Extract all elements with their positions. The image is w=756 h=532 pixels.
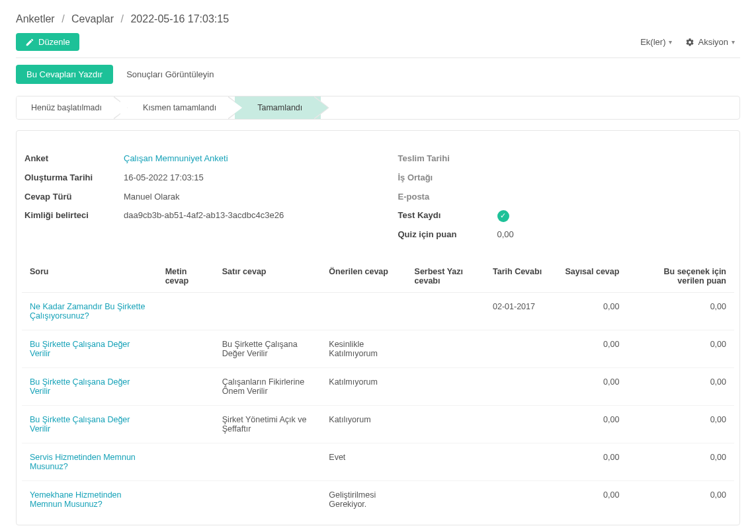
table-row[interactable]: Bu Şirkette Çalışana Değer VerilirÇalışa…: [22, 367, 734, 405]
email-label: E-posta: [398, 190, 497, 204]
th-score: Bu seçenek için verilen puan: [627, 260, 734, 293]
quiz-value: 0,00: [497, 228, 514, 242]
breadcrumb-answers[interactable]: Cevaplar: [71, 13, 114, 24]
cell-date: 02-01-2017: [485, 292, 556, 330]
cell-text: [157, 292, 214, 330]
cell-free: [407, 480, 485, 518]
deadline-label: Teslim Tarihi: [398, 152, 497, 166]
quiz-label: Quiz için puan: [398, 228, 497, 242]
survey-value[interactable]: Çalışan Memnuniyet Anketi: [124, 152, 228, 166]
created-label: Oluşturma Tarihi: [24, 171, 124, 185]
cell-numeric: 0,00: [556, 367, 628, 405]
cell-free: [407, 292, 485, 330]
cell-text: [157, 405, 214, 443]
answers-table: Soru Metin cevap Satır cevap Önerilen ce…: [22, 260, 734, 518]
cell-free: [407, 330, 485, 367]
breadcrumb-sep: /: [121, 13, 124, 24]
cell-text: [157, 330, 214, 367]
cell-score: 0,00: [627, 330, 734, 367]
cell-suggested: Evet: [321, 443, 406, 480]
breadcrumb-current: 2022-05-16 17:03:15: [130, 13, 229, 24]
type-label: Cevap Türü: [24, 190, 124, 204]
th-question: Soru: [22, 260, 157, 293]
cell-row: [214, 292, 321, 330]
th-numeric: Sayısal cevap: [556, 260, 628, 293]
attachments-button[interactable]: Ek(ler) ▾: [640, 37, 672, 47]
cell-suggested: Geliştirilmesi Gerekiyor.: [321, 480, 406, 518]
cell-score: 0,00: [627, 292, 734, 330]
cell-question[interactable]: Bu Şirkette Çalışana Değer Verilir: [22, 330, 157, 367]
cell-score: 0,00: [627, 367, 734, 405]
action-row: Bu Cevapları Yazdır Sonuçları Görüntüley…: [16, 65, 740, 84]
created-value: 16-05-2022 17:03:15: [124, 171, 204, 185]
table-row[interactable]: Servis Hizmetinden Memnun Musunuz?Evet0,…: [22, 443, 734, 480]
cell-score: 0,00: [627, 480, 734, 518]
status-not-started[interactable]: Henüz başlatılmadı: [17, 96, 120, 119]
cell-date: [485, 443, 556, 480]
cell-question[interactable]: Bu Şirkette Çalışana Değer Verilir: [22, 367, 157, 405]
breadcrumb: Anketler / Cevaplar / 2022-05-16 17:03:1…: [16, 13, 740, 25]
status-completed[interactable]: Tamamlandı: [235, 96, 321, 119]
partner-label: İş Ortağı: [398, 171, 497, 185]
token-label: Kimliği belirteci: [24, 209, 124, 223]
cell-row: Bu Şirkette Çalışana Değer Verilir: [214, 330, 321, 367]
th-row: Satır cevap: [214, 260, 321, 293]
table-row[interactable]: Bu Şirkette Çalışana Değer VerilirBu Şir…: [22, 330, 734, 367]
edit-button[interactable]: Düzenle: [16, 33, 79, 51]
cell-question[interactable]: Ne Kadar Zamandır Bu Şirkette Çalışıyors…: [22, 292, 157, 330]
cell-text: [157, 480, 214, 518]
chevron-down-icon: ▾: [669, 38, 672, 46]
detail-card: Anket Çalışan Memnuniyet Anketi Oluşturm…: [16, 130, 740, 525]
test-label: Test Kaydı: [398, 209, 497, 223]
cell-numeric: 0,00: [556, 480, 628, 518]
th-free: Serbest Yazı cevabı: [407, 260, 485, 293]
pencil-icon: [25, 38, 34, 47]
status-partial[interactable]: Kısmen tamamlandı: [120, 96, 235, 119]
th-text: Metin cevap: [157, 260, 214, 293]
check-icon: ✓: [497, 210, 509, 222]
cell-free: [407, 405, 485, 443]
print-answers-button[interactable]: Bu Cevapları Yazdır: [16, 65, 113, 84]
cell-suggested: Katılmıyorum: [321, 367, 406, 405]
cell-suggested: [321, 292, 406, 330]
table-row[interactable]: Ne Kadar Zamandır Bu Şirkette Çalışıyors…: [22, 292, 734, 330]
cell-free: [407, 443, 485, 480]
cell-suggested: Katılıyorum: [321, 405, 406, 443]
action-button[interactable]: Aksiyon ▾: [685, 37, 735, 47]
cell-score: 0,00: [627, 443, 734, 480]
cell-row: Şirket Yönetimi Açık ve Şeffaftır: [214, 405, 321, 443]
cell-numeric: 0,00: [556, 443, 628, 480]
token-value: daa9cb3b-ab51-4af2-ab13-3acdbc4c3e26: [124, 209, 284, 223]
cell-date: [485, 367, 556, 405]
type-value: Manuel Olarak: [124, 190, 180, 204]
view-results-link[interactable]: Sonuçları Görüntüleyin: [126, 69, 214, 79]
cell-date: [485, 480, 556, 518]
cell-text: [157, 367, 214, 405]
table-row[interactable]: Yemekhane Hizmetinden Memnun Musunuz?Gel…: [22, 480, 734, 518]
cell-date: [485, 330, 556, 367]
cell-row: [214, 480, 321, 518]
cell-row: Çalışanların Fikirlerine Önem Verilir: [214, 367, 321, 405]
status-bar: Henüz başlatılmadı Kısmen tamamlandı Tam…: [16, 96, 740, 120]
cell-numeric: 0,00: [556, 405, 628, 443]
action-label: Aksiyon: [698, 37, 728, 47]
chevron-down-icon: ▾: [732, 38, 735, 46]
table-row[interactable]: Bu Şirkette Çalışana Değer VerilirŞirket…: [22, 405, 734, 443]
cell-text: [157, 443, 214, 480]
breadcrumb-sep: /: [62, 13, 64, 24]
cell-suggested: Kesinlikle Katılmıyorum: [321, 330, 406, 367]
cell-free: [407, 367, 485, 405]
cell-question[interactable]: Yemekhane Hizmetinden Memnun Musunuz?: [22, 480, 157, 518]
cell-numeric: 0,00: [556, 330, 628, 367]
toolbar: Düzenle Ek(ler) ▾ Aksiyon ▾: [16, 33, 740, 58]
survey-label: Anket: [24, 152, 124, 166]
cell-question[interactable]: Bu Şirkette Çalışana Değer Verilir: [22, 405, 157, 443]
breadcrumb-surveys[interactable]: Anketler: [16, 13, 55, 24]
cell-row: [214, 443, 321, 480]
th-suggested: Önerilen cevap: [321, 260, 406, 293]
cell-question[interactable]: Servis Hizmetinden Memnun Musunuz?: [22, 443, 157, 480]
gear-icon: [685, 38, 694, 47]
edit-button-label: Düzenle: [38, 37, 70, 47]
info-grid: Anket Çalışan Memnuniyet Anketi Oluşturm…: [22, 149, 734, 260]
test-value: ✓: [497, 209, 509, 223]
